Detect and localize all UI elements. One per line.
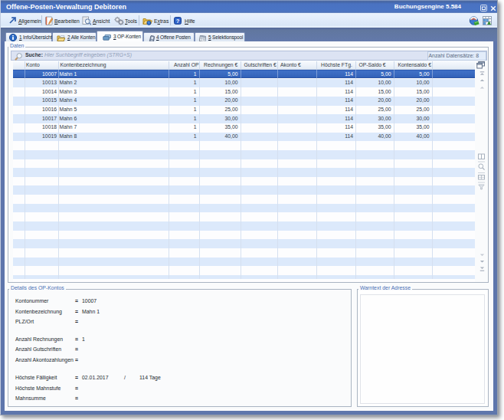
svg-text:?: ? — [176, 17, 180, 24]
